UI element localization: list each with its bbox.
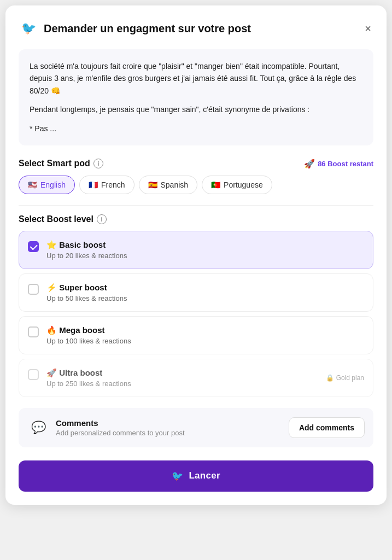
comments-title: Comments <box>56 418 185 428</box>
boost-name: 🚀 Ultra boost <box>46 368 364 378</box>
smart-pod-section: Select Smart pod i 🚀 86 Boost restant 🇺🇸… <box>19 159 373 194</box>
modal-container: 🐦 Demander un engagment sur votre post ×… <box>5 5 387 505</box>
boost-option-mega-boost[interactable]: 🔥 Mega boostUp to 100 likes & reactions <box>19 316 373 354</box>
boost-level-info-icon[interactable]: i <box>97 214 107 224</box>
smart-pod-label: Select Smart pod <box>19 159 90 168</box>
lock-icon: 🔒 <box>326 374 334 382</box>
launch-label: Lancer <box>189 470 220 481</box>
boost-option-super-boost[interactable]: ⚡ Super boostUp to 50 likes & reactions <box>19 273 373 312</box>
boost-level-header: Select Boost level i <box>19 214 373 224</box>
boost-info: ⭐ Basic boostUp to 20 likes & reactions <box>46 240 364 260</box>
boost-desc: Up to 20 likes & reactions <box>46 252 364 260</box>
boost-info: 🚀 Ultra boostUp to 250 likes & reactions <box>46 368 364 388</box>
comments-subtitle: Add personalized comments to your post <box>56 429 185 437</box>
comments-section: 💬 Comments Add personalized comments to … <box>19 408 373 447</box>
post-paragraph-3: * Pas ... <box>30 122 362 135</box>
boost-name: 🔥 Mega boost <box>46 325 364 335</box>
chat-icon: 💬 <box>27 417 49 439</box>
boost-name: ⭐ Basic boost <box>46 240 364 250</box>
lang-label: Portuguese <box>224 180 263 189</box>
boost-remaining-label: 86 Boost restant <box>318 160 373 168</box>
launch-button[interactable]: 🐦 Lancer <box>19 460 373 492</box>
add-comments-button[interactable]: Add comments <box>289 417 365 438</box>
boost-checkbox <box>28 326 39 337</box>
boost-name: ⚡ Super boost <box>46 283 364 293</box>
close-button[interactable]: × <box>362 20 373 37</box>
smart-pod-title: Select Smart pod i <box>19 159 103 168</box>
launch-icon: 🐦 <box>172 470 183 482</box>
smart-pod-info-icon[interactable]: i <box>93 159 103 168</box>
boost-level-title: Select Boost level i <box>19 214 107 224</box>
gold-plan-label: Gold plan <box>336 374 364 382</box>
boost-option-basic-boost[interactable]: ⭐ Basic boostUp to 20 likes & reactions <box>19 231 373 269</box>
flag-icon: 🇵🇹 <box>211 180 220 189</box>
lang-label: Spanish <box>161 180 189 189</box>
gold-plan-badge: 🔒Gold plan <box>326 374 364 382</box>
modal-header: 🐦 Demander un engagment sur votre post × <box>19 19 373 38</box>
boost-remaining-icon: 🚀 <box>304 159 315 169</box>
comments-text: Comments Add personalized comments to yo… <box>56 418 185 437</box>
lang-label: French <box>101 180 125 189</box>
lang-label: English <box>40 180 66 189</box>
lang-tab-spanish[interactable]: 🇪🇸Spanish <box>139 176 198 194</box>
boost-level-section: Select Boost level i ⭐ Basic boostUp to … <box>19 214 373 397</box>
flag-icon: 🇫🇷 <box>89 180 98 189</box>
boost-level-label: Select Boost level <box>19 214 93 224</box>
logo-icon: 🐦 <box>19 19 38 38</box>
boost-desc: Up to 250 likes & reactions <box>46 380 364 388</box>
post-paragraph-1: La société m'a toujours fait croire que … <box>30 60 362 97</box>
boost-checkbox <box>28 369 39 380</box>
boost-option-ultra-boost[interactable]: 🚀 Ultra boostUp to 250 likes & reactions… <box>19 359 373 397</box>
divider-1 <box>19 205 373 206</box>
boost-checkbox <box>28 284 39 295</box>
modal-title: Demander un engagment sur votre post <box>44 22 357 35</box>
post-paragraph-2: Pendant longtemps, je pensais que "mange… <box>30 103 362 115</box>
comments-left: 💬 Comments Add personalized comments to … <box>27 417 185 439</box>
boost-options-list: ⭐ Basic boostUp to 20 likes & reactions⚡… <box>19 231 373 397</box>
lang-tab-french[interactable]: 🇫🇷French <box>79 176 134 194</box>
post-preview: La société m'a toujours fait croire que … <box>19 49 373 145</box>
language-tabs: 🇺🇸English🇫🇷French🇪🇸Spanish🇵🇹Portuguese <box>19 176 373 194</box>
lang-tab-portuguese[interactable]: 🇵🇹Portuguese <box>202 176 272 194</box>
boost-remaining[interactable]: 🚀 86 Boost restant <box>304 159 373 169</box>
flag-icon: 🇺🇸 <box>28 180 37 189</box>
boost-checkbox <box>28 241 39 252</box>
flag-icon: 🇪🇸 <box>148 180 157 189</box>
boost-desc: Up to 100 likes & reactions <box>46 337 364 345</box>
boost-info: 🔥 Mega boostUp to 100 likes & reactions <box>46 325 364 345</box>
boost-desc: Up to 50 likes & reactions <box>46 294 364 302</box>
lang-tab-english[interactable]: 🇺🇸English <box>19 176 75 194</box>
smart-pod-header: Select Smart pod i 🚀 86 Boost restant <box>19 159 373 169</box>
boost-info: ⚡ Super boostUp to 50 likes & reactions <box>46 283 364 302</box>
